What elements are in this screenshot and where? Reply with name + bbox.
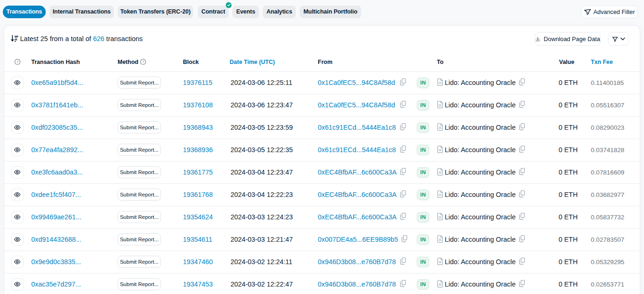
svg-text:?: ? bbox=[16, 60, 19, 64]
svg-text:?: ? bbox=[142, 60, 144, 64]
